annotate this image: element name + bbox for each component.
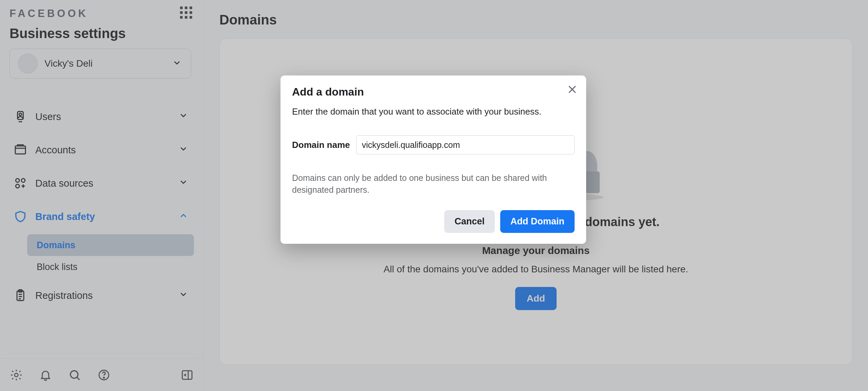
modal-title: Add a domain <box>292 86 575 98</box>
add-domain-modal: Add a domain Enter the domain that you w… <box>281 75 586 244</box>
cancel-button[interactable]: Cancel <box>444 210 495 233</box>
domain-name-input[interactable] <box>356 135 575 154</box>
domain-field-row: Domain name <box>292 135 575 154</box>
modal-note: Domains can only be added to one busines… <box>292 172 575 196</box>
modal-actions: Cancel Add Domain <box>292 210 575 233</box>
close-icon[interactable] <box>566 84 578 95</box>
domain-field-label: Domain name <box>292 140 350 150</box>
add-domain-submit-button[interactable]: Add Domain <box>500 210 575 233</box>
modal-description: Enter the domain that you want to associ… <box>292 106 575 117</box>
